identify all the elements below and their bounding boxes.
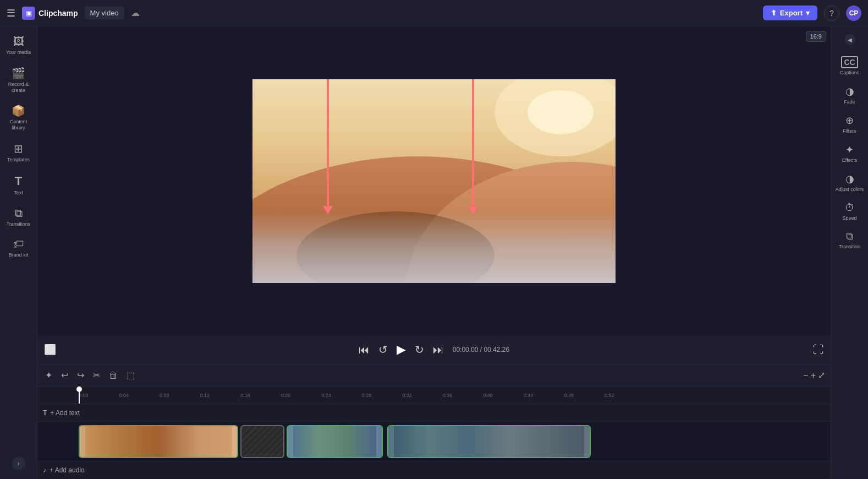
sidebar-label-templates: Templates: [7, 157, 30, 163]
ruler-mark-0: 0:00: [79, 393, 89, 398]
playhead-line: [79, 387, 80, 404]
clip-thumbnail-1: [80, 426, 237, 457]
zoom-in-button[interactable]: +: [811, 371, 816, 380]
pip-button[interactable]: ⬚: [124, 369, 137, 382]
controls-center: ⏮ ↺ ▶ ↻ ⏭ 00:00.00 / 00:42.26: [359, 342, 509, 357]
clip-thumb-seg: [509, 426, 550, 457]
sidebar-item-record-create[interactable]: 🎬 Record & create: [2, 62, 35, 98]
skip-back-button[interactable]: ↺: [378, 343, 388, 356]
desert-scene-svg: [252, 79, 616, 283]
aspect-ratio-button[interactable]: 16:9: [806, 31, 826, 42]
clip-handle-left-3[interactable]: [388, 426, 394, 457]
right-item-adjust-colors[interactable]: ◑ Adjust colors: [833, 168, 866, 197]
clip-handle-right-3[interactable]: [584, 426, 590, 457]
zoom-controls: − + ⤢: [803, 370, 825, 380]
add-text-label[interactable]: + Add text: [50, 409, 80, 417]
timeline-toolbar: ✦ ↩ ↪ ✂ 🗑 ⬚ − + ⤢: [37, 364, 831, 387]
timeline-area: ✦ ↩ ↪ ✂ 🗑 ⬚ − + ⤢ 0:00: [37, 364, 831, 479]
clip-thumbnail-3: [388, 426, 590, 457]
hamburger-icon[interactable]: ☰: [7, 7, 15, 19]
sidebar-item-content-library[interactable]: 📦 Content library: [2, 100, 35, 135]
time-separator: /: [480, 346, 484, 353]
right-item-captions[interactable]: CC Captions: [833, 52, 866, 80]
skip-to-end-button[interactable]: ⏭: [433, 344, 444, 356]
right-item-filters[interactable]: ⊕ Filters: [833, 110, 866, 138]
captions-icon: CC: [841, 56, 858, 68]
video-clip-1[interactable]: [79, 425, 238, 458]
redo-button[interactable]: ↪: [75, 369, 86, 382]
fade-label: Fade: [844, 99, 855, 105]
ruler-mark-11: 0:44: [524, 393, 534, 398]
project-name[interactable]: My video: [85, 7, 124, 19]
sidebar-label-text: Text: [14, 190, 23, 196]
center-area: 16:9 ⬜ ⏮ ↺ ▶ ↻ ⏭ 00:00.00 / 00:42.26 ⛶: [37, 26, 831, 479]
right-item-transition[interactable]: ⧉ Transition: [833, 226, 866, 254]
fit-zoom-button[interactable]: ⤢: [818, 370, 825, 380]
text-track-icon: T: [43, 409, 47, 417]
subtitle-icon[interactable]: ⬜: [44, 344, 56, 356]
clip-handle-left-2[interactable]: [288, 426, 293, 457]
video-preview: 16:9: [37, 26, 831, 335]
ruler-mark-3: 0:12: [200, 393, 210, 398]
logo-area: ▣ Clipchamp: [22, 7, 78, 20]
zoom-out-button[interactable]: −: [803, 371, 808, 380]
undo-button[interactable]: ↩: [59, 369, 70, 382]
right-sidebar-collapse-button[interactable]: ◀: [844, 34, 855, 45]
right-sidebar-collapse-area: ◀: [841, 31, 859, 51]
clip-handle-right-1[interactable]: [232, 426, 237, 457]
adjust-colors-label: Adjust colors: [836, 187, 864, 192]
export-label: Export: [780, 9, 803, 17]
topbar-left: ☰ ▣ Clipchamp My video ☁: [7, 7, 756, 20]
cloud-save-icon: ☁: [131, 8, 140, 18]
clip-thumb-seg: [428, 426, 469, 457]
export-button[interactable]: ⬆ Export ▾: [763, 6, 817, 20]
skip-to-start-button[interactable]: ⏮: [359, 344, 370, 356]
sidebar-item-brand-kit[interactable]: 🏷 Brand kit: [2, 233, 35, 263]
sidebar-item-text[interactable]: T Text: [2, 170, 35, 200]
controls-right: ⛶: [813, 344, 824, 356]
current-time: 00:00.00: [453, 346, 479, 353]
video-clip-3[interactable]: [387, 425, 591, 458]
effects-label: Effects: [842, 157, 857, 163]
clip-handle-left-1[interactable]: [80, 426, 85, 457]
right-item-speed[interactable]: ⏱ Speed: [833, 198, 866, 225]
svg-point-6: [528, 90, 594, 134]
skip-forward-button[interactable]: ↻: [415, 343, 424, 356]
brand-kit-icon: 🏷: [13, 238, 24, 251]
ruler-mark-4: 0:16: [240, 393, 250, 398]
magic-button[interactable]: ✦: [43, 369, 54, 382]
transition-label: Transition: [839, 244, 860, 249]
text-icon: T: [15, 174, 22, 188]
audio-track-icon: ♪: [43, 466, 46, 474]
clip-thumbnail-2: [288, 426, 382, 457]
clip-handle-right-2[interactable]: [376, 426, 382, 457]
play-button[interactable]: ▶: [397, 342, 406, 357]
upload-icon: ⬆: [771, 9, 777, 17]
captions-label: Captions: [840, 70, 860, 75]
delete-button[interactable]: 🗑: [107, 369, 120, 382]
sidebar-item-your-media[interactable]: 🖼 Your media: [2, 31, 35, 60]
total-time: 00:42.26: [484, 346, 510, 353]
add-audio-label[interactable]: + Add audio: [50, 466, 85, 474]
sidebar-collapse-button[interactable]: ›: [12, 457, 25, 470]
timeline-ruler: 0:00 0:04 0:08 0:12 0:16 0:20 0:24 0:28 …: [37, 387, 831, 404]
ruler-track: 0:00 0:04 0:08 0:12 0:16 0:20 0:24 0:28 …: [37, 387, 614, 404]
sidebar-label-content-library: Content library: [4, 119, 33, 131]
right-item-effects[interactable]: ✦ Effects: [833, 139, 866, 167]
right-sidebar: ◀ CC Captions ◑ Fade ⊕ Filters ✦ Effects…: [831, 26, 868, 479]
controls-left: ⬜: [44, 344, 56, 356]
right-item-fade[interactable]: ◑ Fade: [833, 81, 866, 109]
main-layout: 🖼 Your media 🎬 Record & create 📦 Content…: [0, 26, 868, 479]
fullscreen-button[interactable]: ⛶: [813, 344, 824, 356]
topbar-right: ⬆ Export ▾ ? CP: [763, 6, 861, 21]
ruler-mark-7: 0:28: [362, 393, 372, 398]
sidebar-label-brand-kit: Brand kit: [9, 252, 29, 258]
clip-thumb-seg: [119, 426, 159, 457]
video-clip-2[interactable]: [287, 425, 383, 458]
effects-icon: ✦: [845, 144, 854, 156]
sidebar-item-transitions[interactable]: ⧉ Transitions: [2, 203, 35, 232]
sidebar-item-templates[interactable]: ⊞ Templates: [2, 138, 35, 167]
cut-button[interactable]: ✂: [91, 369, 102, 382]
speed-label: Speed: [842, 215, 856, 221]
help-button[interactable]: ?: [824, 6, 839, 21]
